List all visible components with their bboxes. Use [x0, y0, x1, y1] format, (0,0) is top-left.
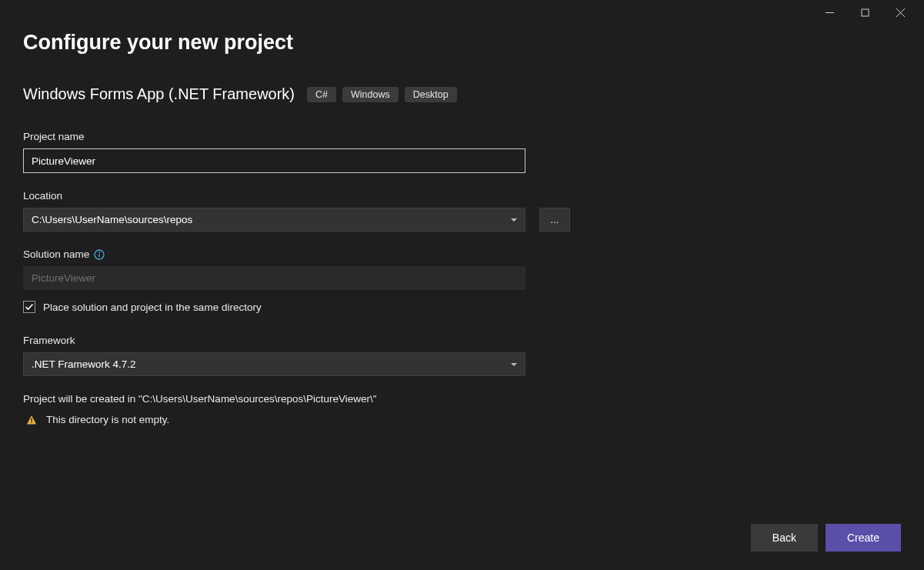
configure-project-window: Configure your new project Windows Forms… — [0, 0, 924, 570]
window-controls — [812, 1, 918, 24]
project-name-input[interactable] — [23, 148, 525, 173]
solution-name-input: PictureViewer — [23, 266, 525, 290]
solution-name-group: Solution name PictureViewer — [23, 248, 901, 290]
same-directory-checkbox[interactable] — [23, 301, 35, 313]
browse-button[interactable]: ... — [539, 208, 570, 232]
creation-path-text: Project will be created in "C:\Users\Use… — [23, 393, 901, 405]
tag-desktop: Desktop — [405, 87, 457, 102]
back-button[interactable]: Back — [751, 524, 818, 552]
location-row: C:\Users\UserName\sources\repos ... — [23, 208, 901, 232]
close-button[interactable] — [882, 1, 918, 24]
chevron-down-icon — [511, 363, 517, 366]
content-area: Configure your new project Windows Forms… — [0, 25, 924, 570]
warning-text: This directory is not empty. — [46, 414, 169, 425]
location-value: C:\Users\UserName\sources\repos — [32, 214, 192, 225]
framework-value: .NET Framework 4.7.2 — [32, 358, 136, 370]
page-title: Configure your new project — [23, 31, 901, 55]
footer-buttons: Back Create — [751, 524, 901, 552]
location-dropdown[interactable]: C:\Users\UserName\sources\repos — [23, 208, 525, 232]
tag-csharp: C# — [307, 87, 336, 102]
solution-name-label: Solution name — [23, 248, 901, 260]
template-tags: C# Windows Desktop — [307, 87, 457, 102]
info-icon[interactable] — [94, 249, 105, 260]
minimize-button[interactable] — [812, 1, 847, 24]
template-name: Windows Forms App (.NET Framework) — [23, 85, 295, 103]
svg-rect-8 — [31, 418, 32, 421]
maximize-button[interactable] — [847, 1, 882, 24]
window-titlebar — [0, 0, 924, 25]
project-name-group: Project name — [23, 131, 901, 173]
svg-rect-1 — [862, 9, 869, 16]
framework-label: Framework — [23, 335, 901, 346]
same-directory-row: Place solution and project in the same d… — [23, 301, 901, 313]
location-group: Location C:\Users\UserName\sources\repos… — [23, 190, 901, 232]
svg-point-6 — [98, 252, 100, 253]
tag-windows: Windows — [342, 87, 399, 102]
chevron-down-icon — [511, 218, 517, 222]
same-directory-label: Place solution and project in the same d… — [43, 302, 262, 313]
project-name-label: Project name — [23, 131, 901, 142]
framework-dropdown[interactable]: .NET Framework 4.7.2 — [23, 352, 525, 376]
svg-rect-9 — [31, 422, 32, 422]
template-row: Windows Forms App (.NET Framework) C# Wi… — [23, 85, 901, 103]
create-button[interactable]: Create — [826, 524, 901, 552]
framework-group: Framework .NET Framework 4.7.2 — [23, 335, 901, 376]
location-label: Location — [23, 190, 901, 202]
warning-row: This directory is not empty. — [26, 414, 901, 425]
warning-icon — [26, 415, 37, 425]
solution-name-label-text: Solution name — [23, 248, 89, 260]
